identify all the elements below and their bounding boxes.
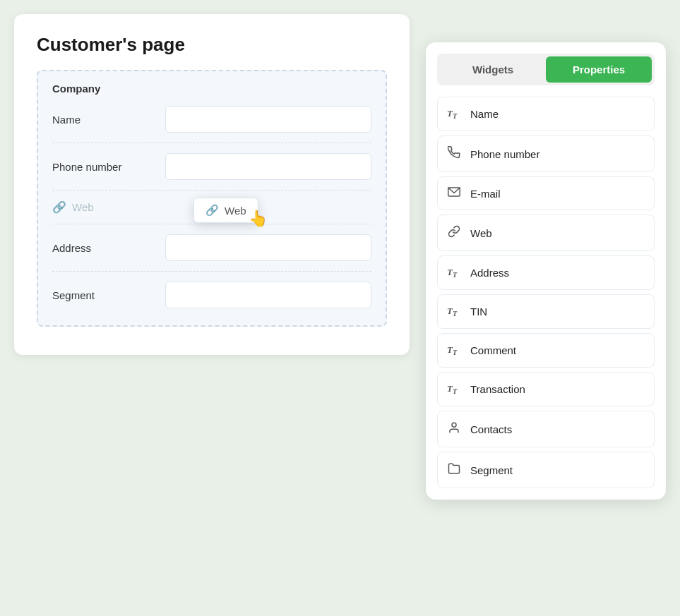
svg-point-11	[452, 423, 456, 427]
widget-label-segment: Segment	[470, 464, 513, 476]
widget-item-contacts[interactable]: Contacts	[437, 411, 655, 447]
field-label-address: Address	[52, 242, 165, 254]
widget-icon-comment: T T	[446, 344, 462, 357]
phone-input[interactable]	[165, 153, 371, 180]
widget-item-transaction[interactable]: T T Transaction	[437, 372, 655, 406]
svg-text:T: T	[453, 310, 458, 316]
widget-item-email[interactable]: E-mail	[437, 176, 655, 210]
widget-icon-phone	[446, 146, 462, 162]
widget-item-segment[interactable]: Segment	[437, 452, 655, 488]
widget-label-phone: Phone number	[470, 148, 539, 160]
web-link-icon: 🔗	[52, 200, 66, 214]
drag-preview-icon: 🔗	[205, 204, 219, 217]
svg-text:T: T	[453, 349, 458, 355]
tabs-row: Widgets Properties	[437, 54, 655, 85]
widget-item-address[interactable]: T T Address	[437, 255, 655, 290]
form-row-name: Name	[52, 106, 371, 143]
tab-widgets[interactable]: Widgets	[440, 56, 546, 83]
widget-icon-transaction: T T	[446, 382, 462, 396]
widget-item-tin[interactable]: T T TIN	[437, 294, 655, 329]
widget-icon-email	[446, 187, 462, 200]
field-label-segment: Segment	[52, 289, 165, 301]
svg-text:T: T	[453, 271, 458, 277]
name-input[interactable]	[165, 106, 371, 133]
address-input[interactable]	[165, 234, 371, 261]
widget-icon-address: T T	[446, 266, 462, 279]
widget-icon-contacts	[446, 421, 462, 437]
page-title: Customer's page	[37, 34, 387, 56]
widget-icon-name: T T	[446, 107, 462, 121]
widget-label-address: Address	[470, 267, 509, 279]
customers-panel: Customer's page Company Name Phone numbe…	[14, 14, 410, 355]
form-section: Company Name Phone number 🔗 Web 🔗 Web 👆	[37, 70, 387, 327]
widget-item-web[interactable]: Web	[437, 215, 655, 251]
widget-label-tin: TIN	[470, 306, 487, 318]
widget-item-name[interactable]: T T Name	[437, 97, 655, 131]
svg-text:T: T	[453, 112, 458, 119]
segment-input[interactable]	[165, 282, 371, 308]
widget-label-email: E-mail	[470, 188, 501, 200]
field-label-name: Name	[52, 114, 165, 126]
tab-properties[interactable]: Properties	[546, 56, 652, 83]
widget-icon-tin: T T	[446, 305, 462, 318]
form-row-address: Address	[52, 234, 371, 272]
form-row-segment: Segment	[52, 282, 371, 308]
properties-panel: Widgets Properties T T Name Phone number	[426, 42, 666, 500]
widget-item-phone[interactable]: Phone number	[437, 135, 655, 172]
widget-icon-web	[446, 225, 462, 241]
web-drag-preview[interactable]: 🔗 Web 👆	[193, 198, 258, 223]
form-row-web: 🔗 Web 🔗 Web 👆	[52, 200, 371, 224]
form-row-phone: Phone number	[52, 153, 371, 191]
widget-label-contacts: Contacts	[470, 423, 512, 435]
cursor-pointer-icon: 👆	[249, 210, 268, 228]
field-label-phone: Phone number	[52, 161, 165, 173]
widget-item-comment[interactable]: T T Comment	[437, 333, 655, 368]
widget-icon-segment	[446, 462, 462, 478]
drag-preview-label: Web	[225, 205, 246, 217]
section-label: Company	[52, 83, 371, 95]
widget-label-name: Name	[470, 108, 499, 120]
web-placeholder: Web	[72, 201, 94, 213]
widget-list: T T Name Phone number E-mail	[437, 97, 655, 488]
widget-label-comment: Comment	[470, 344, 516, 356]
widget-label-web: Web	[470, 227, 492, 239]
widget-label-transaction: Transaction	[470, 383, 525, 395]
svg-text:T: T	[453, 387, 458, 394]
